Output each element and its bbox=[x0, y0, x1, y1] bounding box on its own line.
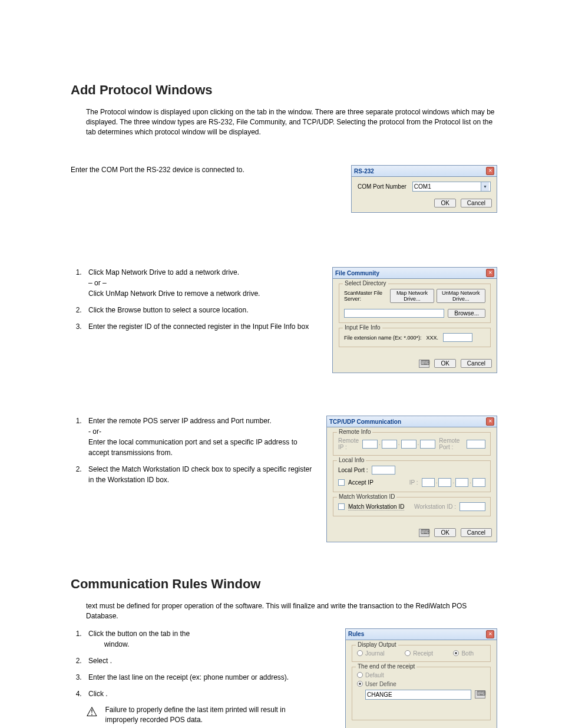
com-port-label: COM Port Number bbox=[358, 183, 406, 190]
input-file-legend: Input File Info bbox=[343, 324, 382, 331]
tcp-steps: Enter the remote POS server IP address a… bbox=[71, 416, 315, 485]
step: Click the Browse button to select a sour… bbox=[84, 305, 320, 315]
step: Click . bbox=[84, 689, 333, 699]
step: Enter the last line on the receipt (ex: … bbox=[84, 672, 333, 683]
heading-add-protocol: Add Protocol Windows bbox=[71, 83, 497, 98]
browse-button[interactable]: Browse... bbox=[448, 309, 485, 318]
close-icon[interactable]: ✕ bbox=[486, 269, 494, 277]
ok-button[interactable]: OK bbox=[434, 359, 455, 368]
cancel-button[interactable]: Cancel bbox=[461, 359, 492, 368]
heading-comm-rules: Communication Rules Window bbox=[71, 577, 497, 592]
ip-oct[interactable] bbox=[438, 478, 451, 487]
keyboard-icon[interactable] bbox=[419, 529, 429, 537]
radio-default[interactable]: Default bbox=[357, 672, 474, 678]
path-input[interactable] bbox=[344, 309, 444, 318]
intro-part: The Protocol window is displayed upon cl… bbox=[86, 108, 235, 116]
step: Click the button on the tab in the windo… bbox=[84, 628, 333, 650]
radio-both[interactable]: Both bbox=[453, 650, 474, 657]
chevron-down-icon: ▼ bbox=[481, 182, 489, 191]
ip-oct[interactable] bbox=[455, 478, 468, 487]
accept-ip-checkbox[interactable] bbox=[338, 479, 345, 486]
step: Select the Match Workstation ID check bo… bbox=[84, 464, 315, 485]
local-info-legend: Local Info bbox=[337, 457, 366, 463]
ext-prefix: XXX. bbox=[427, 335, 439, 341]
intro-part: tab determines which protocol window wil… bbox=[86, 128, 261, 136]
cancel-button[interactable]: Cancel bbox=[461, 528, 492, 537]
step: Enter the register ID of the connected r… bbox=[84, 321, 320, 332]
display-output-legend: Display Output bbox=[356, 641, 398, 648]
ip-oct[interactable] bbox=[382, 440, 397, 449]
radio-receipt[interactable]: Receipt bbox=[405, 650, 433, 657]
wid-label: Workstation ID : bbox=[414, 503, 456, 510]
sms-label: ScanMaster File Server: bbox=[344, 290, 388, 302]
step: Click Map Network Drive to add a network… bbox=[84, 267, 320, 299]
user-define-input[interactable] bbox=[365, 690, 471, 700]
unmap-drive-button[interactable]: UnMap Network Drive... bbox=[437, 289, 485, 303]
keyboard-icon[interactable] bbox=[475, 690, 485, 699]
local-port-label: Local Port : bbox=[338, 467, 368, 473]
rs232-title: RS-232 bbox=[354, 168, 374, 174]
ip-oct[interactable] bbox=[401, 440, 416, 449]
filecomm-dialog: File Community ✕ Select Directory ScanMa… bbox=[332, 267, 497, 373]
ok-button[interactable]: OK bbox=[434, 528, 455, 537]
ip-oct[interactable] bbox=[420, 440, 435, 449]
intro-part: tab in the bbox=[257, 108, 288, 116]
keyboard-icon[interactable] bbox=[419, 360, 429, 368]
warning-text: Failure to properly define the last item… bbox=[105, 705, 310, 726]
com-port-value: COM1 bbox=[414, 183, 431, 190]
filecomm-title: File Community bbox=[335, 270, 379, 276]
rules-intro: text must be defined for proper operatio… bbox=[86, 601, 497, 621]
select-directory-legend: Select Directory bbox=[343, 280, 388, 286]
warning-icon: ⚠ bbox=[86, 705, 98, 719]
intro-paragraph: The Protocol window is displayed upon cl… bbox=[86, 107, 497, 137]
tcp-dialog: TCP/UDP Communication ✕ Remote Info Remo… bbox=[326, 416, 497, 542]
close-icon[interactable]: ✕ bbox=[486, 630, 494, 638]
rules-steps: Click the button on the tab in the windo… bbox=[71, 628, 333, 699]
mwid-label: Match Workstation ID bbox=[348, 503, 404, 510]
ip-label: IP : bbox=[409, 479, 418, 486]
ext-label: File extension name (Ex: *.000*): bbox=[344, 335, 422, 341]
ext-input[interactable] bbox=[443, 333, 472, 342]
close-icon[interactable]: ✕ bbox=[486, 167, 494, 175]
step: Select . bbox=[84, 655, 333, 666]
com-port-select[interactable]: COM1 ▼ bbox=[412, 182, 491, 192]
ok-button[interactable]: OK bbox=[434, 199, 455, 207]
map-drive-button[interactable]: Map Network Drive... bbox=[390, 289, 434, 303]
mwid-checkbox[interactable] bbox=[338, 503, 345, 510]
mwid-legend: Match Workstation ID bbox=[337, 493, 396, 500]
filecomm-steps: Click Map Network Drive to add a network… bbox=[71, 267, 320, 332]
remote-port-label: Remote Port : bbox=[439, 437, 463, 450]
radio-user-define[interactable]: User Define bbox=[357, 681, 474, 687]
local-port-input[interactable] bbox=[372, 466, 395, 475]
rules-dialog: Rules ✕ Display Output Journal Receipt B… bbox=[345, 628, 497, 728]
tcp-title: TCP/UDP Communication bbox=[329, 419, 401, 425]
radio-journal[interactable]: Journal bbox=[357, 650, 385, 657]
intro-part: on the bbox=[235, 108, 257, 116]
wid-input[interactable] bbox=[459, 502, 485, 511]
ip-oct[interactable] bbox=[422, 478, 435, 487]
rules-intro-text: text must be defined for proper operatio… bbox=[86, 602, 467, 620]
rs232-dialog: RS-232 ✕ COM Port Number COM1 ▼ OK Cance… bbox=[351, 165, 497, 213]
remote-ip-label: Remote IP : bbox=[338, 437, 359, 450]
remote-info-legend: Remote Info bbox=[337, 429, 372, 435]
accept-ip-label: Accept IP bbox=[348, 479, 373, 486]
rs232-desc: Enter the COM Port the RS-232 device is … bbox=[71, 165, 244, 175]
ip-oct[interactable] bbox=[472, 478, 485, 487]
step: Enter the remote POS server IP address a… bbox=[84, 416, 315, 458]
ip-oct[interactable] bbox=[362, 440, 378, 449]
cancel-button[interactable]: Cancel bbox=[461, 199, 492, 207]
close-icon[interactable]: ✕ bbox=[486, 417, 494, 426]
remote-port-input[interactable] bbox=[467, 440, 485, 449]
warning-note: ⚠ Failure to properly define the last it… bbox=[86, 705, 310, 726]
end-receipt-legend: The end of the receipt bbox=[356, 663, 416, 670]
rules-title: Rules bbox=[348, 631, 364, 637]
